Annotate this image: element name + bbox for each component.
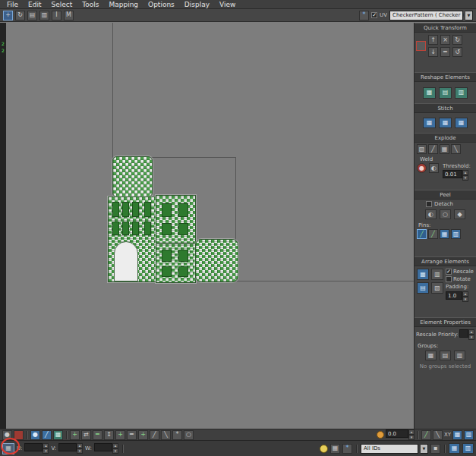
spinner-up-icon[interactable]: ▴: [468, 329, 474, 335]
soft-selection-icon[interactable]: [14, 430, 24, 440]
arrange-selected-icon[interactable]: ▧: [431, 282, 443, 294]
spinner-down-icon[interactable]: ▾: [462, 175, 468, 181]
uv-island-wall-lower[interactable]: [156, 244, 196, 283]
pack-normalize-icon[interactable]: ▦: [417, 269, 429, 280]
space-elements-icon[interactable]: ═: [127, 430, 137, 440]
menu-edit[interactable]: Edit: [28, 0, 41, 9]
spinner-down-icon[interactable]: ▾: [408, 435, 415, 440]
pivot-button[interactable]: [416, 41, 426, 51]
group-delete-icon[interactable]: ▥: [454, 351, 465, 360]
uv-island-side[interactable]: [195, 239, 238, 282]
align-horizontal-icon[interactable]: ═: [93, 430, 102, 440]
edge-mode-icon[interactable]: ╱: [42, 430, 52, 440]
rescale-elements-icon[interactable]: ▥: [431, 269, 443, 280]
pin-brush-icon[interactable]: *: [172, 430, 182, 440]
uv-island-roof[interactable]: [112, 156, 153, 197]
spinner-up-icon[interactable]: ▴: [77, 443, 83, 448]
menu-select[interactable]: Select: [52, 0, 73, 9]
stitch-target-icon[interactable]: ▦: [455, 118, 468, 128]
move-selected-icon[interactable]: +: [115, 430, 125, 440]
quick-peel-icon[interactable]: ◐: [425, 209, 437, 219]
align-edge-icon[interactable]: ═: [440, 47, 450, 57]
pattern-dropdown-arrow-icon[interactable]: ▼: [465, 11, 473, 20]
rotate-cw-icon[interactable]: ↻: [452, 35, 462, 45]
menu-mapping[interactable]: Mapping: [109, 0, 138, 9]
spinner-up-icon[interactable]: ▴: [462, 291, 468, 297]
w-spinner[interactable]: ▴▾: [112, 443, 118, 454]
detach-checkbox[interactable]: [426, 201, 432, 207]
snap-snowflake-icon[interactable]: *: [359, 11, 369, 20]
polygon-mode-icon[interactable]: ▦: [53, 430, 63, 440]
freeform-rotate-icon[interactable]: ╱: [421, 430, 431, 440]
pin-tool-icon[interactable]: ╱: [417, 229, 427, 239]
explode-to-faces-icon[interactable]: ▦: [440, 144, 449, 154]
padding-spinner[interactable]: ▴▾: [462, 291, 468, 302]
select-element-icon[interactable]: +: [70, 430, 80, 440]
rescale-priority-spinner[interactable]: ▴▾: [468, 329, 474, 340]
select-region-icon[interactable]: ●: [2, 430, 12, 440]
spinner-down-icon[interactable]: ▾: [77, 448, 83, 454]
peel-mode-icon[interactable]: ○: [440, 209, 451, 219]
paint-brush-icon[interactable]: ╱: [150, 430, 159, 440]
checker-tiling-icon[interactable]: ▦: [449, 443, 460, 454]
straighten-selection-icon[interactable]: ▦: [423, 87, 436, 99]
texture-pattern-dropdown[interactable]: CheckerPattern ( Checker ): [389, 11, 463, 20]
material-id-dropdown-arrow-icon[interactable]: ▼: [421, 444, 428, 454]
threshold-spinner[interactable]: ▴▾: [462, 170, 468, 181]
update-map-icon[interactable]: [320, 445, 328, 453]
menu-view[interactable]: View: [219, 0, 235, 9]
mirror-u-icon[interactable]: I: [52, 11, 61, 20]
rotate-tool-icon[interactable]: ↻: [15, 11, 25, 20]
rescale-priority-field[interactable]: [459, 329, 468, 338]
menu-options[interactable]: Options: [148, 0, 175, 9]
relax-brush-icon[interactable]: ╲: [161, 430, 171, 440]
section-arrange-elements[interactable]: Arrange Elements: [415, 256, 476, 266]
spinner-down-icon[interactable]: ▾: [468, 335, 474, 340]
group-create-icon[interactable]: ▦: [425, 351, 437, 360]
lock-selection-icon[interactable]: ▪: [430, 444, 440, 454]
weld-target-icon[interactable]: ●: [417, 163, 427, 173]
spinner-down-icon[interactable]: ▾: [462, 297, 468, 302]
v-field[interactable]: [58, 443, 77, 451]
snap-toggle-icon[interactable]: *: [342, 444, 352, 454]
freeform-mode-icon[interactable]: ▥: [39, 11, 49, 20]
section-stitch[interactable]: Stitch: [415, 103, 476, 113]
section-peel[interactable]: Peel: [415, 190, 476, 200]
scale-tool-icon[interactable]: ▤: [27, 11, 37, 20]
align-vertical-icon[interactable]: ↕: [104, 430, 114, 440]
vertex-mode-icon[interactable]: ●: [30, 430, 40, 440]
stitch-custom-icon[interactable]: ▦: [423, 118, 436, 128]
u-field[interactable]: [24, 443, 43, 451]
u-spinner[interactable]: ▴▾: [43, 443, 49, 454]
vw-space-icon[interactable]: ▥: [464, 430, 474, 440]
menu-file[interactable]: File: [7, 0, 18, 9]
threshold-field[interactable]: 0.01: [443, 170, 462, 178]
move-tool-icon[interactable]: +: [3, 11, 13, 20]
delete-icon[interactable]: ×: [440, 35, 450, 45]
material-id-dropdown[interactable]: All IDs: [361, 444, 418, 454]
mirror-v-icon[interactable]: M: [64, 11, 74, 20]
rotate-ccw-icon[interactable]: ↺: [452, 47, 462, 57]
section-element-properties[interactable]: Element Properties: [415, 317, 476, 327]
padding-field[interactable]: 1.0: [446, 291, 462, 300]
break-icon[interactable]: ▧: [417, 144, 427, 154]
weld-selected-icon[interactable]: ◐: [429, 163, 439, 173]
angle-field[interactable]: 0.0: [386, 429, 408, 438]
detach-edge-verts-icon[interactable]: ╱: [428, 144, 438, 154]
section-quick-transform[interactable]: Quick Transform: [415, 23, 476, 33]
show-grid-icon[interactable]: ▦: [330, 444, 340, 454]
menu-tools[interactable]: Tools: [82, 0, 99, 9]
relax-until-flat-icon[interactable]: ▤: [439, 87, 452, 99]
absolute-offset-toggle-icon[interactable]: ▦: [2, 443, 14, 454]
w-field[interactable]: [94, 443, 112, 451]
unpin-tool-icon[interactable]: ╱: [428, 229, 438, 239]
grow-selection-icon[interactable]: ⇄: [81, 430, 91, 440]
angle-snap-icon[interactable]: [377, 431, 384, 439]
spinner-up-icon[interactable]: ▴: [408, 429, 415, 435]
explode-to-elements-icon[interactable]: ╲: [451, 144, 461, 154]
group-select-icon[interactable]: ▤: [440, 351, 451, 360]
uv-island-wall-upper[interactable]: [156, 195, 196, 244]
menu-display[interactable]: Display: [184, 0, 210, 9]
stitch-source-icon[interactable]: ▦: [439, 118, 452, 128]
spinner-up-icon[interactable]: ▴: [43, 443, 49, 448]
